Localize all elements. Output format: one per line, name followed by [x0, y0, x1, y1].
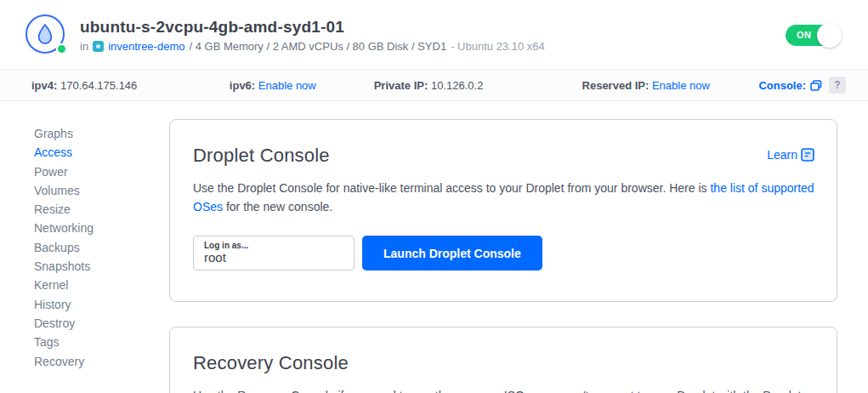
droplet-console-description: Use the Droplet Console for native-like … — [193, 179, 814, 216]
ipv6-info: ipv6: Enable now — [230, 79, 374, 92]
sidebar-item-resize[interactable]: Resize — [34, 200, 169, 219]
power-toggle-knob[interactable] — [817, 23, 842, 48]
login-as-field[interactable]: Log in as... — [193, 236, 355, 271]
sidebar-item-snapshots[interactable]: Snapshots — [34, 257, 169, 276]
launch-droplet-console-button[interactable]: Launch Droplet Console — [362, 236, 542, 271]
droplet-specs: / 4 GB Memory / 2 AMD vCPUs / 80 GB Disk… — [189, 40, 446, 53]
droplet-header: ubuntu-s-2vcpu-4gb-amd-syd1-01 in invent… — [0, 0, 868, 69]
power-toggle-label: ON — [797, 30, 812, 40]
description-text-1: Use the Droplet Console for native-like … — [193, 181, 710, 195]
page-title: ubuntu-s-2vcpu-4gb-amd-syd1-01 — [80, 18, 545, 37]
main-column: Droplet Console Learn Use the Droplet Co… — [169, 101, 868, 393]
sidebar-item-backups[interactable]: Backups — [34, 238, 169, 257]
droplet-console-title: Droplet Console — [193, 145, 330, 167]
sidebar-item-access[interactable]: Access — [34, 143, 169, 162]
recovery-console-header: Recovery Console — [193, 352, 814, 374]
sidebar-item-networking[interactable]: Networking — [34, 219, 169, 237]
sidebar-item-power[interactable]: Power — [34, 162, 169, 181]
droplet-heading-block: ubuntu-s-2vcpu-4gb-amd-syd1-01 in invent… — [80, 18, 545, 53]
reserved-ip-enable-link[interactable]: Enable now — [652, 79, 710, 92]
learn-label: Learn — [767, 148, 797, 162]
console-link[interactable]: Console: — [758, 79, 822, 92]
project-icon — [93, 41, 104, 52]
private-ip-label: Private IP: — [374, 79, 428, 92]
sidebar-item-graphs[interactable]: Graphs — [34, 124, 169, 143]
ipv4-info: ipv4: 170.64.175.146 — [31, 79, 230, 92]
content-area: Graphs Access Power Volumes Resize Netwo… — [0, 101, 868, 393]
power-toggle[interactable]: ON — [786, 25, 839, 46]
droplet-os: - Ubuntu 23.10 x64 — [451, 40, 545, 53]
sidebar-item-kernel[interactable]: Kernel — [34, 276, 169, 294]
sidebar-item-volumes[interactable]: Volumes — [34, 181, 169, 200]
network-info-bar: ipv4: 170.64.175.146 ipv6: Enable now Pr… — [0, 69, 868, 101]
reserved-ip-label: Reserved IP: — [582, 79, 650, 92]
droplet-sidebar: Graphs Access Power Volumes Resize Netwo… — [0, 101, 169, 371]
droplet-console-card: Droplet Console Learn Use the Droplet Co… — [169, 119, 837, 302]
droplet-console-header: Droplet Console Learn — [193, 145, 814, 167]
project-link[interactable]: inventree-demo — [108, 40, 184, 53]
sidebar-item-tags[interactable]: Tags — [34, 333, 169, 351]
ipv4-label: ipv4: — [31, 79, 57, 92]
reserved-ip-info: Reserved IP: Enable now — [582, 79, 759, 92]
recovery-console-title: Recovery Console — [193, 352, 349, 374]
private-ip-value: 10.126.0.2 — [431, 79, 483, 92]
droplet-avatar — [26, 14, 66, 55]
description-text-2: for the new console. — [223, 200, 332, 214]
sidebar-item-recovery[interactable]: Recovery — [34, 352, 169, 371]
ipv6-label: ipv6: — [230, 79, 255, 92]
console-controls: Log in as... Launch Droplet Console — [193, 236, 814, 271]
learn-doc-icon — [801, 148, 814, 162]
status-online-dot — [56, 43, 67, 54]
login-as-input[interactable] — [204, 250, 345, 265]
learn-link[interactable]: Learn — [767, 148, 814, 162]
in-label: in — [80, 40, 88, 53]
login-as-label: Log in as... — [204, 241, 345, 250]
ipv6-enable-link[interactable]: Enable now — [258, 79, 316, 92]
console-launcher: Console: ? — [758, 77, 868, 94]
console-window-icon — [810, 80, 822, 91]
sidebar-item-history[interactable]: History — [34, 295, 169, 314]
private-ip-info: Private IP: 10.126.0.2 — [374, 79, 582, 92]
help-button[interactable]: ? — [829, 77, 846, 94]
ipv4-value: 170.64.175.146 — [60, 79, 137, 92]
recovery-console-card: Recovery Console Use the Recovery Consol… — [169, 327, 837, 393]
console-label: Console: — [758, 79, 806, 92]
sidebar-item-destroy[interactable]: Destroy — [34, 314, 169, 333]
droplet-subtitle: in inventree-demo / 4 GB Memory / 2 AMD … — [80, 40, 545, 53]
recovery-console-description: Use the Recovery Console if you need to … — [193, 386, 814, 393]
